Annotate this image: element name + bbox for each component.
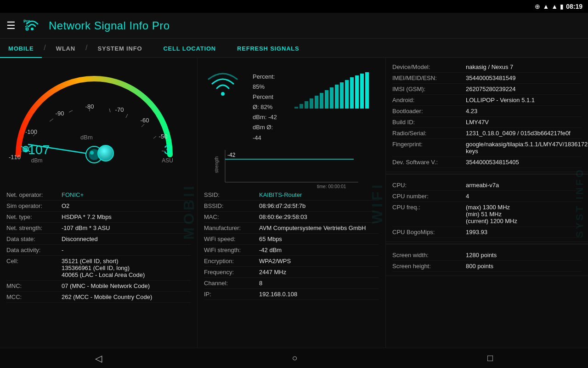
- info-row-bssid: BSSID: 08:96:d7:2d:5f:7b: [204, 201, 379, 212]
- gauge-area: -110 -100 -90 -80 -70 -60 -50: [0, 58, 197, 187]
- gauge-asu-value: 3: [162, 143, 173, 157]
- value-mcc: 262 (MCC - Mobile Country Code): [62, 293, 191, 300]
- label-data-activity: Data activity:: [6, 247, 62, 253]
- svg-rect-45: [365, 72, 369, 109]
- label-cpu-number: CPU number:: [392, 193, 466, 200]
- svg-line-17: [141, 124, 144, 127]
- value-data-activity: -: [62, 247, 191, 253]
- svg-rect-33: [305, 101, 308, 109]
- menu-button[interactable]: ☰: [6, 20, 16, 32]
- info-row-sim-operator: Sim operator: O2: [6, 201, 191, 212]
- value-frequency: 2447 MHz: [259, 269, 379, 276]
- svg-text:-50: -50: [159, 133, 168, 140]
- app-title: Network Signal Info Pro: [49, 19, 170, 32]
- svg-rect-32: [300, 104, 303, 109]
- nav-tabs: MOBILE / WLAN / SYSTEM INFO CELL LOCATIO…: [0, 39, 588, 58]
- info-row-wifi-speed: WiFi speed: 65 Mbps: [204, 234, 379, 245]
- svg-rect-43: [355, 75, 359, 109]
- tab-mobile[interactable]: MOBILE: [0, 40, 42, 58]
- label-ip: IP:: [204, 291, 259, 298]
- tab-wlan[interactable]: WLAN: [48, 40, 84, 58]
- value-net-strength: -107 dBm * 3 ASU: [62, 224, 191, 231]
- info-row-frequency: Frequency: 2447 MHz: [204, 267, 379, 278]
- value-android: LOLLIPOP - Version 5.1.1: [466, 97, 582, 104]
- label-screen-height: Screen height:: [392, 263, 466, 270]
- value-dev-software: 3544000534815405: [466, 159, 582, 166]
- label-net-operator: Net. operator:: [6, 191, 62, 198]
- sysinfo-row-dev-software: Dev. Software V.: 3544000534815405: [392, 157, 582, 168]
- svg-point-1: [31, 28, 34, 30]
- location-icon: ⊕: [535, 3, 540, 10]
- section-divider-2: [386, 244, 588, 244]
- label-frequency: Frequency:: [204, 269, 259, 276]
- status-time: 08:19: [566, 3, 582, 10]
- label-wifi-strength: WiFi strength:: [204, 247, 259, 253]
- gauge-values: -107 dBm 3 ASU: [0, 143, 197, 164]
- dbm-scale-label: dBm: [80, 134, 93, 141]
- nav-sep-1: /: [42, 44, 47, 52]
- info-row-mcc: MCC: 262 (MCC - Mobile Country Code): [6, 292, 191, 303]
- recent-button[interactable]: □: [469, 349, 511, 367]
- sysinfo-row-cpu-bogomips: CPU BogoMips: 1993.93: [392, 227, 582, 238]
- svg-point-2: [26, 28, 28, 30]
- label-mnc: MNC:: [6, 282, 62, 289]
- svg-line-12: [50, 119, 53, 121]
- gauge-asu-box: 3 ASU: [162, 143, 173, 164]
- sysinfo-row-screen-width: Screen width: 1280 points: [392, 250, 582, 261]
- svg-text:time: 00:00:01: time: 00:00:01: [317, 184, 346, 189]
- sysinfo-row-bootloader: Bootloader: 4.23: [392, 106, 582, 117]
- home-button[interactable]: ○: [273, 349, 316, 367]
- label-cell: Cell:: [6, 258, 62, 264]
- gauge-center-ball: [97, 145, 114, 161]
- gauge-dbm-label: dBm: [24, 157, 50, 164]
- label-screen-width: Screen width:: [392, 252, 466, 259]
- app-header: ☰ Pro Network Signal Info Pro: [0, 13, 588, 39]
- value-cpu: armeabi-v7a: [466, 182, 582, 189]
- svg-rect-35: [315, 96, 318, 109]
- value-mnc: 07 (MNC - Mobile Network Code): [62, 282, 191, 289]
- value-data-state: Disconnected: [62, 236, 191, 242]
- value-screen-height: 800 points: [466, 263, 582, 270]
- back-button[interactable]: ◁: [77, 349, 120, 368]
- label-imei: IMEI/MEID/ESN:: [392, 75, 466, 81]
- value-cpu-number: 4: [466, 193, 582, 200]
- svg-rect-36: [320, 93, 323, 109]
- info-row-data-activity: Data activity: -: [6, 245, 191, 256]
- info-row-channel: Channel: 8: [204, 278, 379, 289]
- value-bootloader: 4.23: [466, 108, 582, 115]
- label-android: Android:: [392, 97, 466, 104]
- battery-icon: ▮: [560, 3, 564, 10]
- tab-system-info[interactable]: SYSTEM INFO: [89, 40, 150, 58]
- signal-icon: ▲: [551, 3, 558, 10]
- svg-line-18: [153, 136, 156, 138]
- label-wifi-speed: WiFi speed:: [204, 236, 259, 242]
- info-row-ssid: SSID: KAIBITS-Router: [204, 190, 379, 201]
- value-imei: 354400053481549: [466, 75, 582, 81]
- tab-refresh-signals[interactable]: REFRESH SIGNALS: [229, 40, 308, 58]
- wifi-percent: Percent: 85%: [253, 72, 280, 92]
- value-wifi-strength: -42 dBm: [259, 247, 379, 253]
- info-row-encryption: Encryption: WPA2/WPS: [204, 256, 379, 267]
- wifi-dbm: dBm: -42: [253, 112, 280, 122]
- panel-sysinfo: SYST INFO Device/Model: nakasig / Nexus …: [386, 58, 588, 348]
- label-device: Device/Model:: [392, 63, 466, 70]
- label-channel: Channel:: [204, 280, 259, 287]
- main-content: MOBILE -110 -100: [0, 58, 588, 348]
- svg-text:-60: -60: [141, 117, 149, 124]
- nav-sep-2: /: [84, 44, 89, 52]
- value-net-operator: FONIC+: [62, 191, 191, 198]
- value-device: nakasig / Nexus 7: [466, 63, 582, 70]
- info-row-wifi-strength: WiFi strength: -42 dBm: [204, 245, 379, 256]
- wifi-info-section: SSID: KAIBITS-Router BSSID: 08:96:d7:2d:…: [198, 187, 385, 303]
- tab-cell-location[interactable]: CELL LOCATION: [155, 40, 224, 58]
- svg-line-13: [69, 110, 73, 112]
- sysinfo-row-android: Android: LOLLIPOP - Version 5.1.1: [392, 95, 582, 106]
- label-manufacturer: Manufacturer:: [204, 224, 259, 231]
- svg-text:strength: strength: [214, 156, 219, 173]
- info-row-mnc: MNC: 07 (MNC - Mobile Network Code): [6, 281, 191, 292]
- svg-rect-38: [330, 87, 334, 109]
- value-encryption: WPA2/WPS: [259, 258, 379, 264]
- svg-rect-42: [350, 77, 354, 109]
- info-row-cell: Cell: 35121 (Cell ID, short) 135366961 (…: [6, 256, 191, 281]
- svg-rect-40: [340, 82, 344, 109]
